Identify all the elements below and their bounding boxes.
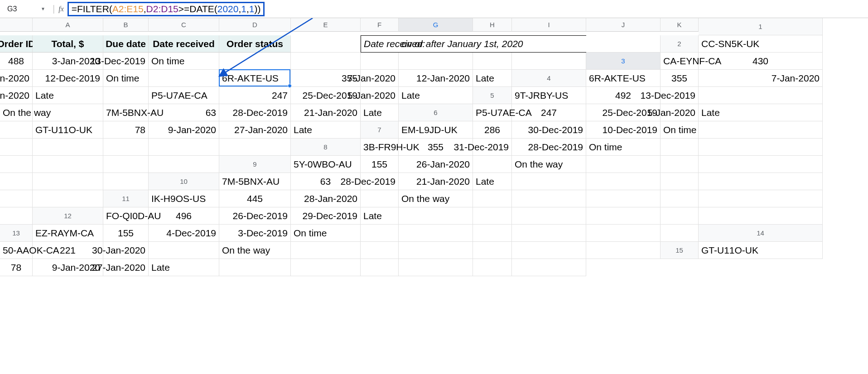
cell-H2[interactable]	[361, 53, 399, 70]
col-header-K[interactable]: K	[661, 18, 699, 32]
cell-I11[interactable]	[661, 190, 699, 207]
cell-B13[interactable]: 155	[103, 225, 149, 242]
cell-B7[interactable]: 286	[473, 121, 512, 139]
cell-J14[interactable]	[512, 242, 586, 259]
cell-D6[interactable]: 5-Jan-2020	[661, 104, 699, 121]
cell-K14[interactable]	[586, 242, 661, 259]
cell-I6[interactable]: 9-Jan-2020	[149, 121, 219, 139]
col-header-F[interactable]: F	[361, 18, 399, 32]
cell-C4[interactable]: 7-Jan-2020	[699, 70, 823, 87]
row-header-10[interactable]: 10	[149, 173, 219, 190]
cell-G14[interactable]	[361, 242, 399, 259]
cell-A14[interactable]: 50-AAOK-CA	[0, 242, 33, 259]
cell-A7[interactable]: EM-L9JD-UK	[399, 121, 473, 139]
cell-F8[interactable]	[661, 139, 699, 156]
cell-A10[interactable]: 7M-5BNX-AU	[219, 173, 291, 190]
cell-E7[interactable]: On time	[661, 121, 699, 139]
cell-J6[interactable]: 27-Jan-2020	[219, 121, 291, 139]
cell-G1[interactable]: Date received:	[361, 35, 399, 53]
cell-J8[interactable]	[103, 156, 149, 173]
cell-K2[interactable]	[512, 53, 586, 70]
cell-B4[interactable]: 355	[661, 70, 699, 87]
cell-E11[interactable]: On the way	[399, 190, 473, 207]
cell-I3[interactable]: 7-Jan-2020	[361, 70, 399, 87]
cell-H10[interactable]	[661, 173, 699, 190]
cell-D7[interactable]: 10-Dec-2019	[586, 121, 661, 139]
cell-F10[interactable]	[512, 173, 586, 190]
cell-A2[interactable]: CC-SN5K-UK	[699, 35, 823, 53]
cell-H8[interactable]	[0, 156, 33, 173]
row-header-12[interactable]: 12	[33, 207, 103, 225]
cell-D1[interactable]: Date received	[149, 35, 219, 53]
cell-A3[interactable]: CA-EYNF-CA	[661, 53, 699, 70]
cell-G11[interactable]	[512, 190, 586, 207]
cell-J13[interactable]	[586, 225, 661, 242]
cell-F11[interactable]	[473, 190, 512, 207]
cell-D3[interactable]: 12-Dec-2019	[33, 70, 103, 87]
select-all-corner[interactable]	[0, 18, 33, 32]
cell-F1[interactable]	[291, 35, 361, 53]
cell-G7[interactable]	[0, 139, 33, 156]
cell-F14[interactable]	[291, 242, 361, 259]
cell-C3[interactable]: 9-Jan-2020	[0, 70, 33, 87]
cell-I12[interactable]	[586, 207, 661, 225]
cell-C9[interactable]: 26-Jan-2020	[399, 156, 473, 173]
cell-K13[interactable]	[661, 225, 699, 242]
cell-E12[interactable]: Late	[361, 207, 399, 225]
cell-K12[interactable]	[699, 207, 823, 225]
row-header-7[interactable]: 7	[361, 121, 399, 139]
cell-K7[interactable]	[219, 139, 291, 156]
row-header-11[interactable]: 11	[103, 190, 149, 207]
cell-G3[interactable]: 6R-AKTE-US	[219, 70, 291, 87]
cell-G12[interactable]	[473, 207, 512, 225]
col-header-D[interactable]: D	[219, 18, 291, 32]
cell-A8[interactable]: 3B-FR9H-UK	[361, 139, 399, 156]
row-header-2[interactable]: 2	[661, 35, 699, 53]
cell-H6[interactable]: 78	[103, 121, 149, 139]
cell-D12[interactable]: 29-Dec-2019	[291, 207, 361, 225]
cell-E4[interactable]: Late	[33, 87, 103, 104]
col-header-C[interactable]: C	[149, 18, 219, 32]
cell-G8[interactable]	[699, 139, 823, 156]
cell-B11[interactable]: 445	[219, 190, 291, 207]
cell-J15[interactable]	[473, 259, 512, 276]
cell-G15[interactable]	[291, 259, 361, 276]
cell-I7[interactable]	[103, 139, 149, 156]
cell-A1[interactable]: Order ID	[0, 35, 33, 53]
cell-J12[interactable]	[661, 207, 699, 225]
cell-H4[interactable]: 247	[219, 87, 291, 104]
cell-I8[interactable]	[33, 156, 103, 173]
cell-A4[interactable]: 6R-AKTE-US	[586, 70, 661, 87]
cell-D5[interactable]	[699, 87, 823, 104]
cell-H1-J1[interactable]: on or after January 1st, 2020	[399, 35, 586, 53]
cell-C10[interactable]: 28-Dec-2019	[361, 173, 399, 190]
cell-K4[interactable]: Late	[399, 87, 473, 104]
spreadsheet-grid[interactable]: A B C D E F G H I J K 1 Order ID Total, …	[0, 18, 868, 276]
cell-I2[interactable]	[399, 53, 473, 70]
cell-E8[interactable]: On time	[586, 139, 661, 156]
row-header-9[interactable]: 9	[219, 156, 291, 173]
row-header-13[interactable]: 13	[0, 225, 33, 242]
name-box[interactable]: G3 ▼	[4, 3, 49, 15]
row-header-15[interactable]: 15	[661, 242, 699, 259]
cell-K15[interactable]	[512, 259, 586, 276]
cell-A9[interactable]: 5Y-0WBO-AU	[291, 156, 361, 173]
cell-K10[interactable]	[33, 190, 103, 207]
cell-H5[interactable]: 63	[149, 104, 219, 121]
cell-F7[interactable]	[699, 121, 823, 139]
cell-C7[interactable]: 30-Dec-2019	[512, 121, 586, 139]
cell-G10[interactable]	[586, 173, 661, 190]
col-header-H[interactable]: H	[473, 18, 512, 32]
cell-F15[interactable]	[219, 259, 291, 276]
cell-E1[interactable]: Order status	[219, 35, 291, 53]
cell-G13[interactable]	[399, 225, 473, 242]
col-header-I[interactable]: I	[512, 18, 586, 32]
col-header-J[interactable]: J	[586, 18, 661, 32]
cell-K9[interactable]	[103, 173, 149, 190]
cell-G5[interactable]: 7M-5BNX-AU	[103, 104, 149, 121]
cell-E10[interactable]: Late	[473, 173, 512, 190]
cell-G2[interactable]	[291, 53, 361, 70]
cell-F6[interactable]	[0, 121, 33, 139]
cell-D13[interactable]: 3-Dec-2019	[219, 225, 291, 242]
cell-B12[interactable]: 496	[149, 207, 219, 225]
